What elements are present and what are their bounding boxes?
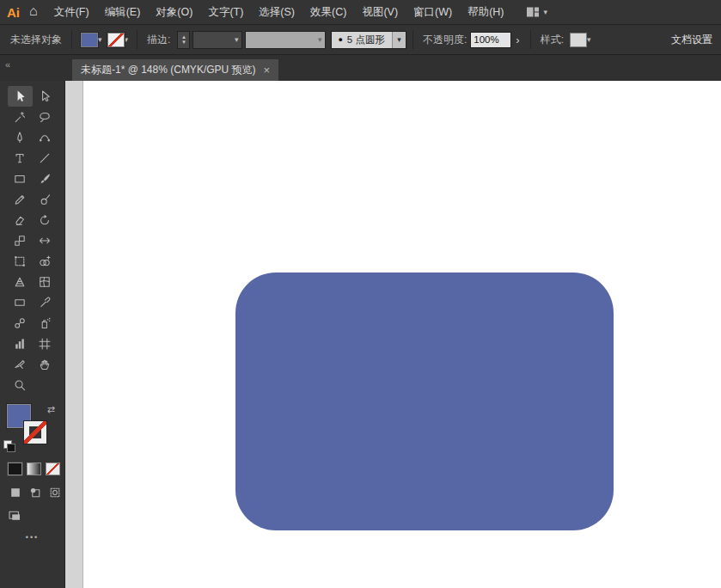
selection-tool[interactable]	[8, 86, 33, 107]
color-button[interactable]	[8, 462, 22, 475]
rounded-rectangle-shape[interactable]	[235, 273, 614, 530]
mesh-tool-icon	[38, 275, 52, 289]
menu-help[interactable]: 帮助(H)	[460, 0, 511, 24]
paintbrush-tool-icon	[38, 172, 52, 186]
menu-effect[interactable]: 效果(C)	[302, 0, 354, 24]
opacity-panel-arrow[interactable]: ›	[511, 34, 523, 46]
chevron-down-icon: ▾	[235, 35, 239, 44]
rotate-tool[interactable]	[33, 210, 58, 230]
gradient-tool[interactable]	[8, 292, 33, 313]
line-segment-tool-icon	[38, 151, 52, 165]
selection-tool-icon	[13, 89, 27, 103]
gradient-tool-icon	[13, 296, 27, 309]
stroke-color-swatch[interactable]	[107, 33, 125, 47]
free-transform-tool[interactable]	[8, 251, 33, 272]
control-bar: 未选择对象 ▾ ▾ 描边: ▴ ▾ ▾ ▾ ● 5 点圆形 ▾	[0, 25, 721, 55]
main-area: ⇄	[0, 81, 721, 588]
shape-builder-tool-icon	[38, 254, 52, 268]
type-tool[interactable]	[8, 148, 33, 168]
stroke-weight-dropdown[interactable]: ▾	[192, 31, 242, 49]
stroke-color-control[interactable]: ▾	[107, 33, 129, 47]
chevron-down-icon[interactable]: ▾	[98, 35, 102, 44]
menu-type[interactable]: 文字(T)	[200, 0, 251, 24]
tools-grid	[8, 86, 58, 395]
blend-tool[interactable]	[8, 313, 33, 334]
blob-brush-tool[interactable]	[33, 189, 58, 210]
stroke-weight-label: 描边:	[147, 33, 170, 47]
rectangle-tool[interactable]	[8, 168, 33, 189]
paintbrush-tool[interactable]	[33, 168, 58, 189]
scale-tool[interactable]	[8, 230, 33, 251]
chevron-down-icon[interactable]: ▾	[125, 35, 129, 44]
shaper-tool[interactable]	[8, 189, 33, 210]
magic-wand-tool[interactable]	[8, 107, 33, 127]
swap-fill-stroke-icon[interactable]: ⇄	[47, 404, 55, 415]
artboard-tool-icon	[38, 337, 52, 351]
artboard[interactable]	[82, 81, 721, 588]
hand-tool[interactable]	[33, 354, 58, 375]
draw-inside-button[interactable]	[47, 486, 62, 499]
none-button[interactable]	[46, 462, 60, 475]
fill-color-control[interactable]: ▾	[81, 33, 102, 47]
brush-definition-field[interactable]: ● 5 点圆形 ▾	[331, 31, 406, 49]
illustrator-window: Ai ⌂ 文件(F) 编辑(E) 对象(O) 文字(T) 选择(S) 效果(C)…	[0, 0, 721, 588]
style-control[interactable]: ▾	[570, 33, 591, 47]
blob-brush-tool-icon	[38, 193, 52, 206]
symbol-sprayer-tool[interactable]	[33, 313, 58, 334]
stroke-weight-stepper[interactable]: ▴ ▾	[177, 31, 190, 49]
column-graph-tool[interactable]	[8, 334, 33, 354]
draw-normal-button[interactable]	[8, 486, 22, 499]
stepper-down-icon[interactable]: ▾	[182, 40, 186, 45]
workspace-switcher[interactable]: ▾	[526, 5, 548, 19]
drawing-modes	[8, 486, 64, 499]
pen-tool[interactable]	[8, 127, 33, 148]
style-swatch[interactable]	[570, 33, 587, 47]
artboard-tool[interactable]	[33, 334, 58, 354]
collapse-panel-icon[interactable]: «	[5, 59, 10, 70]
draw-inside-icon	[48, 486, 62, 499]
document-tab[interactable]: 未标题-1* @ 148% (CMYK/GPU 预览) ×	[72, 59, 278, 81]
none-slash-icon	[46, 463, 59, 475]
fill-color-swatch[interactable]	[81, 33, 98, 47]
default-fill-stroke-icon[interactable]	[3, 440, 15, 452]
canvas[interactable]	[65, 81, 721, 588]
direct-selection-tool[interactable]	[33, 86, 58, 107]
stroke-swatch[interactable]	[24, 421, 46, 444]
close-tab-icon[interactable]: ×	[264, 64, 271, 77]
menu-object[interactable]: 对象(O)	[148, 0, 200, 24]
curvature-tool[interactable]	[33, 127, 58, 148]
menu-view[interactable]: 视图(V)	[354, 0, 406, 24]
chevron-down-icon: ▾	[318, 35, 322, 44]
document-tab-title: 未标题-1* @ 148% (CMYK/GPU 预览)	[81, 63, 256, 77]
width-tool[interactable]	[33, 230, 58, 251]
shape-builder-tool[interactable]	[33, 251, 58, 272]
menu-select[interactable]: 选择(S)	[251, 0, 302, 24]
menu-edit[interactable]: 编辑(E)	[97, 0, 149, 24]
free-transform-tool-icon	[13, 254, 27, 268]
eyedropper-tool[interactable]	[33, 292, 58, 313]
menu-window[interactable]: 窗口(W)	[406, 0, 460, 24]
eraser-tool[interactable]	[8, 210, 33, 230]
chevron-down-icon[interactable]: ▾	[587, 35, 591, 44]
home-icon[interactable]: ⌂	[27, 3, 46, 21]
mesh-tool[interactable]	[33, 272, 58, 292]
perspective-grid-tool[interactable]	[8, 272, 33, 292]
screen-mode-icon	[8, 509, 21, 523]
opacity-input[interactable]	[470, 32, 511, 48]
zoom-tool[interactable]	[8, 375, 33, 395]
gradient-button[interactable]	[27, 462, 41, 475]
brush-dropdown-button[interactable]: ▾	[392, 32, 406, 48]
color-type-buttons	[8, 462, 64, 475]
zoom-tool-icon	[13, 378, 27, 392]
line-segment-tool[interactable]	[33, 148, 58, 168]
draw-behind-button[interactable]	[27, 486, 42, 499]
slice-tool[interactable]	[8, 354, 33, 375]
edit-toolbar-button[interactable]: •••	[0, 533, 64, 542]
default-stroke-square	[7, 444, 15, 452]
width-profile-dropdown[interactable]: ▾	[245, 31, 326, 49]
lasso-tool[interactable]	[33, 107, 58, 127]
menu-file[interactable]: 文件(F)	[46, 0, 97, 24]
screen-mode-button[interactable]	[8, 509, 25, 523]
document-setup-button[interactable]: 文档设置	[671, 33, 714, 47]
shaper-tool-icon	[13, 193, 27, 206]
